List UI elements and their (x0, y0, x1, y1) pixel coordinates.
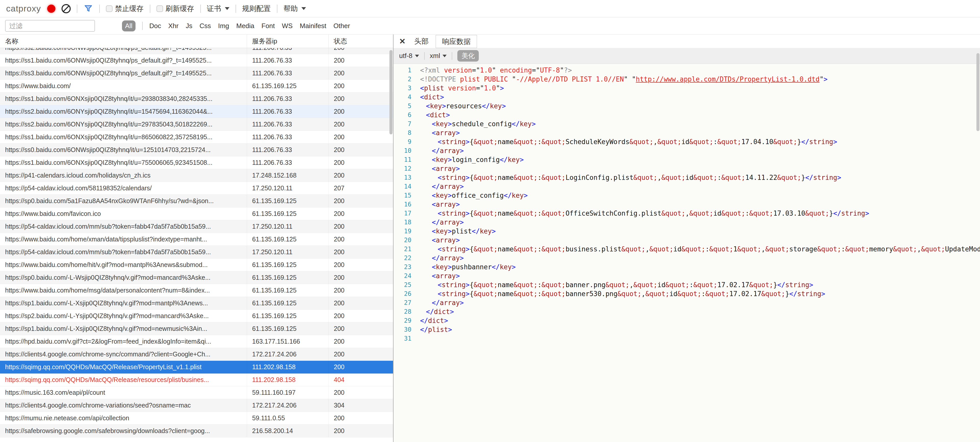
table-row[interactable]: https://www.baidu.com/home/xman/data/tip… (0, 233, 393, 246)
type-filter-js[interactable]: Js (186, 22, 192, 30)
table-row[interactable]: https://sp1.baidu.com/-L-Xsjip0QIZ8tyhnq… (0, 297, 393, 310)
status-cell: 200 (329, 310, 393, 322)
table-row[interactable]: https://ss1.baidu.com/6ONXsjip0QIZ8tyhnq… (0, 93, 393, 105)
server-ip-cell: 17.250.120.11 (247, 220, 329, 233)
request-url-cell: https://sqimg.qq.com/QQHDs/MacQQ/Release… (0, 361, 247, 373)
request-url-cell: https://mumu.nie.netease.com/api/collect… (0, 412, 247, 424)
no-cache-checkbox[interactable] (106, 5, 113, 12)
table-row[interactable]: https://sp0.baidu.com/5a1Fazu8AA54nxGko9… (0, 195, 393, 207)
line-number: 3 (393, 84, 411, 93)
request-url-cell: https://ss2.baidu.com/6ONYsjip0QIZ8tyhnq… (0, 118, 247, 131)
encoding-select[interactable]: utf-8 (399, 52, 419, 60)
encoding-bar: utf-8 xml 美化 (393, 48, 980, 64)
type-filter-media[interactable]: Media (236, 22, 255, 30)
table-row[interactable]: https://ss0.baidu.com/6ONWsjip0QIZ8tyhnq… (0, 144, 393, 156)
status-cell: 207 (329, 182, 393, 195)
filter-input[interactable] (5, 20, 95, 32)
type-filter-doc[interactable]: Doc (149, 22, 161, 30)
beautify-button[interactable]: 美化 (457, 50, 479, 62)
code-line: 8<array> (393, 129, 980, 137)
type-filter-css[interactable]: Css (200, 22, 211, 30)
code-line: 10</array> (393, 147, 980, 155)
line-number: 16 (393, 200, 411, 209)
line-number: 4 (393, 93, 411, 102)
no-cache-label: 禁止缓存 (115, 4, 144, 14)
request-url-cell: https://ss2.baidu.com/6ONWsjip0QIZ8tyhnq… (0, 48, 247, 54)
server-ip-cell: 216.58.200.14 (247, 424, 329, 437)
code-line: 1<?xml version="1.0" encoding="UTF-8"?> (393, 66, 980, 75)
table-row[interactable]: https://sqimg.qq.com/QQHDs/MacQQ/Release… (0, 373, 393, 386)
column-header-name: 名称 (0, 35, 247, 48)
request-table-body: https://ss2.baidu.com/6ONWsjip0QIZ8tyhnq… (0, 48, 393, 442)
table-row[interactable]: https://www.baidu.com/home/hit/v.gif?mod… (0, 258, 393, 271)
table-row[interactable]: https://music.163.com/eapi/pl/count59.11… (0, 386, 393, 399)
type-filter-img[interactable]: Img (218, 22, 229, 30)
table-row[interactable]: https://ss2.baidu.com/6ONWsjip0QIZ8tyhnq… (0, 48, 393, 54)
table-row[interactable]: https://www.baidu.com/61.135.169.125200 (0, 80, 393, 93)
response-code-viewer: 1<?xml version="1.0" encoding="UTF-8"?>2… (393, 64, 980, 442)
table-row[interactable]: https://www.baidu.com/home/msg/data/pers… (0, 284, 393, 297)
type-filter-font[interactable]: Font (262, 22, 275, 30)
request-url-cell: https://sp2.baidu.com/-L-Ysjip0QIZ8tyhnq… (0, 310, 247, 322)
code-line-content: </dict> (411, 307, 454, 316)
server-ip-cell: 111.206.76.33 (247, 48, 329, 54)
status-cell: 200 (329, 322, 393, 335)
filter-funnel-icon[interactable] (83, 4, 93, 13)
code-line: 19<key>plist</key> (393, 227, 980, 236)
code-line-content: </array> (411, 182, 464, 191)
chevron-down-icon (301, 7, 306, 10)
filter-divider (142, 22, 143, 30)
close-icon[interactable]: ✕ (399, 37, 406, 46)
help-menu[interactable]: 帮助 (283, 4, 306, 14)
table-row[interactable]: https://ss2.baidu.com/6ONYsjip0QIZ8tyhnq… (0, 105, 393, 118)
table-row[interactable]: https://safebrowsing.google.com/safebrow… (0, 424, 393, 437)
format-select[interactable]: xml (430, 52, 447, 60)
status-cell: 200 (329, 67, 393, 80)
line-number: 24 (393, 271, 411, 281)
toolbar-divider (99, 5, 100, 13)
status-cell: 200 (329, 156, 393, 169)
table-row[interactable]: https://sp0.baidu.com/-L-Wsjip0QIZ8tyhnq… (0, 271, 393, 284)
table-row[interactable]: https://ss2.baidu.com/6ONYsjip0QIZ8tyhnq… (0, 118, 393, 131)
table-row[interactable]: https://ss1.baidu.com/6ONXsjip0QIZ8tyhnq… (0, 131, 393, 144)
table-row[interactable]: https://sp2.baidu.com/-L-Ysjip0QIZ8tyhnq… (0, 310, 393, 322)
table-row[interactable]: https://hpd.baidu.com/v.gif?ct=2&logFrom… (0, 335, 393, 348)
filter-bar: All DocXhrJsCssImgMediaFontWSMainifestOt… (0, 18, 980, 35)
type-filter-other[interactable]: Other (334, 22, 350, 30)
refresh-cache-checkbox[interactable] (156, 5, 163, 12)
code-line-content: <string>{&quot;name&quot;:&quot;banner53… (411, 289, 825, 298)
table-row[interactable]: https://clients4.google.com/chrome-sync/… (0, 348, 393, 361)
request-url-cell: https://hpd.baidu.com/v.gif?ct=2&logFrom… (0, 335, 247, 348)
table-row[interactable]: https://ss1.baidu.com/6ONWsjip0QIZ8tyhnq… (0, 54, 393, 67)
record-icon[interactable] (47, 5, 56, 13)
type-filter-all[interactable]: All (122, 21, 135, 32)
table-row[interactable]: https://ss3.baidu.com/6ONWsjip0QIZ8tyhnq… (0, 67, 393, 80)
tab-response-data[interactable]: 响应数据 (436, 35, 477, 48)
type-filter-ws[interactable]: WS (282, 22, 293, 30)
table-row[interactable]: https://clients4.google.com/chrome-varia… (0, 399, 393, 412)
table-row[interactable]: https://p41-calendars.icloud.com/holiday… (0, 169, 393, 182)
type-filter-xhr[interactable]: Xhr (168, 22, 178, 30)
code-line: 22</array> (393, 254, 980, 263)
table-row[interactable]: https://sp1.baidu.com/-L-Xsjip0QIZ8tyhnq… (0, 322, 393, 335)
tab-headers[interactable]: 头部 (414, 37, 428, 46)
table-row[interactable]: https://www.baidu.com/favicon.ico61.135.… (0, 207, 393, 220)
table-row[interactable]: https://p54-caldav.icloud.com/mm/sub?tok… (0, 246, 393, 258)
table-row[interactable]: https://p54-caldav.icloud.com/mm/sub?tok… (0, 220, 393, 233)
type-filter-mainifest[interactable]: Mainifest (300, 22, 326, 30)
line-number: 10 (393, 147, 411, 155)
left-scrollbar-thumb[interactable] (390, 50, 393, 134)
code-line-content: <key>pushbanner</key> (411, 263, 516, 271)
request-url-cell: https://www.baidu.com/home/xman/data/tip… (0, 233, 247, 246)
code-line-content: <array> (411, 236, 460, 245)
table-row[interactable]: https://ss1.baidu.com/6ONXsjip0QIZ8tyhnq… (0, 156, 393, 169)
request-url-cell: https://ss0.baidu.com/6ONWsjip0QIZ8tyhnq… (0, 144, 247, 156)
table-row-selected[interactable]: https://sqimg.qq.com/QQHDs/MacQQ/Release… (0, 361, 393, 373)
right-scrollbar-thumb[interactable] (977, 53, 980, 131)
rules-config-button[interactable]: 规则配置 (242, 4, 271, 14)
cert-menu[interactable]: 证书 (207, 4, 229, 14)
line-number: 18 (393, 218, 411, 227)
table-row[interactable]: https://mumu.nie.netease.com/api/collect… (0, 412, 393, 424)
table-row[interactable]: https://p54-caldav.icloud.com/581198352/… (0, 182, 393, 195)
clear-block-icon[interactable] (62, 4, 71, 13)
